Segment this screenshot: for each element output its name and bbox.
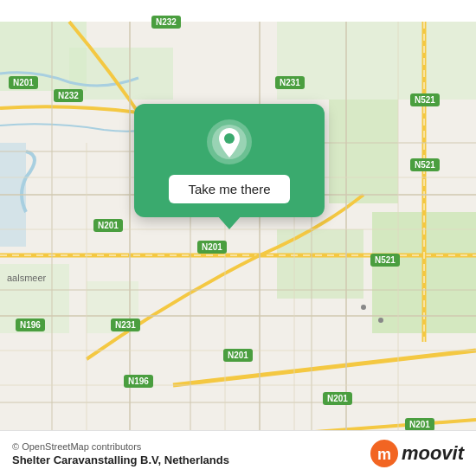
take-me-there-button[interactable]: Take me there bbox=[169, 175, 289, 203]
svg-text:aalsmeer: aalsmeer bbox=[7, 273, 47, 283]
svg-rect-3 bbox=[277, 22, 476, 100]
road-label-n196-bot: N196 bbox=[124, 375, 153, 388]
map-background: aalsmeer bbox=[0, 0, 476, 476]
moovit-m-icon: m bbox=[370, 440, 398, 467]
osm-credit: © OpenStreetMap contributors bbox=[12, 441, 229, 452]
svg-text:m: m bbox=[377, 446, 391, 463]
popup-card: Take me there bbox=[134, 104, 325, 217]
svg-rect-2 bbox=[69, 48, 173, 100]
road-label-n201-bot3: N201 bbox=[405, 418, 434, 431]
road-label-n201-bot1: N201 bbox=[223, 349, 253, 362]
road-label-n231-bot: N231 bbox=[111, 318, 140, 331]
road-label-n521-right3: N521 bbox=[370, 254, 400, 267]
map-container: aalsmeer N232 N201 N232 N231 N521 N521 N… bbox=[0, 0, 476, 476]
road-label-n521-right2: N521 bbox=[410, 158, 440, 171]
bottom-bar: © OpenStreetMap contributors Shelter Car… bbox=[0, 430, 476, 476]
road-label-n201-mid: N201 bbox=[197, 241, 227, 254]
road-label-n196-left: N196 bbox=[16, 318, 45, 331]
road-label-n521-right1: N521 bbox=[410, 93, 440, 106]
bottom-info: © OpenStreetMap contributors Shelter Car… bbox=[12, 441, 229, 466]
road-label-n231-top: N231 bbox=[275, 76, 305, 89]
road-label-n201-mid2: N201 bbox=[93, 219, 123, 232]
location-name: Shelter Caravanstalling B.V, Netherlands bbox=[12, 453, 229, 466]
moovit-brand-text: moovit bbox=[402, 442, 464, 465]
moovit-logo: m moovit bbox=[370, 440, 464, 467]
location-pin-icon bbox=[207, 119, 252, 164]
road-label-n232-top: N232 bbox=[151, 16, 181, 29]
svg-point-31 bbox=[361, 305, 366, 310]
svg-point-35 bbox=[224, 133, 235, 144]
svg-point-32 bbox=[378, 318, 383, 323]
svg-rect-4 bbox=[329, 100, 398, 203]
road-label-n201-bot2: N201 bbox=[323, 392, 352, 405]
road-label-n232-left: N232 bbox=[54, 89, 83, 102]
road-label-n201-left: N201 bbox=[9, 76, 38, 89]
